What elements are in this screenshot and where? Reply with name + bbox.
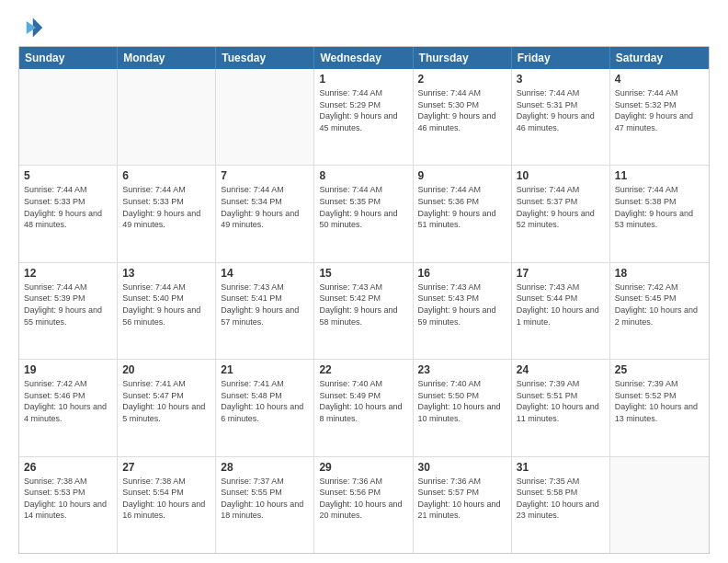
day-info: Sunrise: 7:41 AM Sunset: 5:48 PM Dayligh…: [221, 378, 309, 424]
calendar-row: 5Sunrise: 7:44 AM Sunset: 5:33 PM Daylig…: [19, 166, 709, 262]
day-info: Sunrise: 7:39 AM Sunset: 5:52 PM Dayligh…: [615, 378, 704, 424]
calendar-cell: 20Sunrise: 7:41 AM Sunset: 5:47 PM Dayli…: [118, 360, 216, 455]
calendar-cell: 22Sunrise: 7:40 AM Sunset: 5:49 PM Dayli…: [314, 360, 413, 455]
calendar-cell: 18Sunrise: 7:42 AM Sunset: 5:45 PM Dayli…: [610, 263, 709, 359]
calendar-cell: 30Sunrise: 7:36 AM Sunset: 5:57 PM Dayli…: [414, 457, 512, 553]
day-info: Sunrise: 7:36 AM Sunset: 5:57 PM Dayligh…: [418, 476, 506, 522]
calendar-cell: 5Sunrise: 7:44 AM Sunset: 5:33 PM Daylig…: [19, 166, 118, 261]
calendar: SundayMondayTuesdayWednesdayThursdayFrid…: [18, 46, 710, 554]
day-number: 27: [122, 461, 210, 474]
page: SundayMondayTuesdayWednesdayThursdayFrid…: [0, 0, 728, 563]
logo-icon: [18, 15, 44, 40]
calendar-cell: 3Sunrise: 7:44 AM Sunset: 5:31 PM Daylig…: [512, 69, 610, 165]
day-info: Sunrise: 7:35 AM Sunset: 5:58 PM Dayligh…: [517, 476, 605, 522]
day-info: Sunrise: 7:40 AM Sunset: 5:50 PM Dayligh…: [418, 378, 506, 424]
day-number: 19: [24, 363, 112, 376]
calendar-cell: 4Sunrise: 7:44 AM Sunset: 5:32 PM Daylig…: [610, 69, 709, 165]
day-number: 8: [319, 169, 407, 182]
day-info: Sunrise: 7:44 AM Sunset: 5:33 PM Dayligh…: [24, 184, 112, 230]
day-info: Sunrise: 7:38 AM Sunset: 5:53 PM Dayligh…: [24, 476, 112, 522]
calendar-cell: 29Sunrise: 7:36 AM Sunset: 5:56 PM Dayli…: [314, 457, 413, 553]
day-number: 24: [517, 363, 605, 376]
day-info: Sunrise: 7:43 AM Sunset: 5:41 PM Dayligh…: [221, 282, 309, 327]
calendar-cell: 11Sunrise: 7:44 AM Sunset: 5:38 PM Dayli…: [610, 166, 709, 261]
calendar-cell: 8Sunrise: 7:44 AM Sunset: 5:35 PM Daylig…: [314, 166, 413, 261]
day-info: Sunrise: 7:44 AM Sunset: 5:35 PM Dayligh…: [319, 184, 407, 230]
calendar-cell: 19Sunrise: 7:42 AM Sunset: 5:46 PM Dayli…: [19, 360, 118, 455]
logo: [18, 15, 48, 40]
day-info: Sunrise: 7:43 AM Sunset: 5:44 PM Dayligh…: [517, 282, 605, 327]
day-info: Sunrise: 7:44 AM Sunset: 5:37 PM Dayligh…: [517, 184, 605, 230]
calendar-cell: 15Sunrise: 7:43 AM Sunset: 5:42 PM Dayli…: [314, 263, 413, 359]
day-number: 4: [615, 73, 704, 86]
weekday-header: Friday: [512, 47, 610, 69]
day-info: Sunrise: 7:43 AM Sunset: 5:42 PM Dayligh…: [319, 282, 407, 327]
calendar-cell: 26Sunrise: 7:38 AM Sunset: 5:53 PM Dayli…: [19, 457, 118, 553]
day-number: 31: [517, 461, 605, 474]
day-number: 1: [319, 73, 407, 86]
calendar-cell: 24Sunrise: 7:39 AM Sunset: 5:51 PM Dayli…: [512, 360, 610, 455]
weekday-header: Sunday: [19, 47, 118, 69]
weekday-header: Saturday: [610, 47, 709, 69]
day-info: Sunrise: 7:44 AM Sunset: 5:29 PM Dayligh…: [319, 87, 407, 133]
calendar-row: 1Sunrise: 7:44 AM Sunset: 5:29 PM Daylig…: [19, 69, 709, 166]
calendar-cell: 1Sunrise: 7:44 AM Sunset: 5:29 PM Daylig…: [314, 69, 413, 165]
day-info: Sunrise: 7:44 AM Sunset: 5:34 PM Dayligh…: [221, 184, 309, 230]
day-number: 20: [122, 363, 210, 376]
day-number: 30: [418, 461, 506, 474]
calendar-cell: 13Sunrise: 7:44 AM Sunset: 5:40 PM Dayli…: [118, 263, 216, 359]
day-info: Sunrise: 7:43 AM Sunset: 5:43 PM Dayligh…: [418, 282, 506, 327]
day-info: Sunrise: 7:44 AM Sunset: 5:38 PM Dayligh…: [615, 184, 704, 230]
day-number: 28: [221, 461, 309, 474]
calendar-cell: 12Sunrise: 7:44 AM Sunset: 5:39 PM Dayli…: [19, 263, 118, 359]
day-number: 9: [418, 169, 506, 182]
day-number: 22: [319, 363, 407, 376]
day-info: Sunrise: 7:44 AM Sunset: 5:33 PM Dayligh…: [122, 184, 210, 230]
day-info: Sunrise: 7:36 AM Sunset: 5:56 PM Dayligh…: [319, 476, 407, 522]
day-number: 2: [418, 73, 506, 86]
calendar-row: 19Sunrise: 7:42 AM Sunset: 5:46 PM Dayli…: [19, 360, 709, 456]
day-number: 26: [24, 461, 112, 474]
day-number: 16: [418, 267, 506, 280]
calendar-cell: [19, 69, 118, 165]
calendar-cell: 21Sunrise: 7:41 AM Sunset: 5:48 PM Dayli…: [216, 360, 314, 455]
calendar-cell: 16Sunrise: 7:43 AM Sunset: 5:43 PM Dayli…: [414, 263, 512, 359]
day-info: Sunrise: 7:39 AM Sunset: 5:51 PM Dayligh…: [517, 378, 605, 424]
day-info: Sunrise: 7:37 AM Sunset: 5:55 PM Dayligh…: [221, 476, 309, 522]
calendar-header: SundayMondayTuesdayWednesdayThursdayFrid…: [19, 47, 709, 69]
day-number: 11: [615, 169, 704, 182]
day-info: Sunrise: 7:44 AM Sunset: 5:32 PM Dayligh…: [615, 87, 704, 133]
weekday-header: Thursday: [414, 47, 512, 69]
day-number: 6: [122, 169, 210, 182]
day-number: 21: [221, 363, 309, 376]
calendar-cell: [118, 69, 216, 165]
calendar-cell: 31Sunrise: 7:35 AM Sunset: 5:58 PM Dayli…: [512, 457, 610, 553]
day-number: 5: [24, 169, 112, 182]
day-info: Sunrise: 7:44 AM Sunset: 5:36 PM Dayligh…: [418, 184, 506, 230]
day-number: 25: [615, 363, 704, 376]
day-info: Sunrise: 7:41 AM Sunset: 5:47 PM Dayligh…: [122, 378, 210, 424]
day-number: 18: [615, 267, 704, 280]
calendar-cell: 14Sunrise: 7:43 AM Sunset: 5:41 PM Dayli…: [216, 263, 314, 359]
header: [18, 15, 710, 40]
day-number: 7: [221, 169, 309, 182]
day-number: 14: [221, 267, 309, 280]
day-info: Sunrise: 7:44 AM Sunset: 5:39 PM Dayligh…: [24, 282, 112, 327]
day-number: 17: [517, 267, 605, 280]
calendar-cell: 17Sunrise: 7:43 AM Sunset: 5:44 PM Dayli…: [512, 263, 610, 359]
day-info: Sunrise: 7:42 AM Sunset: 5:46 PM Dayligh…: [24, 378, 112, 424]
calendar-row: 12Sunrise: 7:44 AM Sunset: 5:39 PM Dayli…: [19, 263, 709, 360]
day-number: 3: [517, 73, 605, 86]
day-number: 12: [24, 267, 112, 280]
day-info: Sunrise: 7:38 AM Sunset: 5:54 PM Dayligh…: [122, 476, 210, 522]
day-info: Sunrise: 7:42 AM Sunset: 5:45 PM Dayligh…: [615, 282, 704, 327]
calendar-cell: 23Sunrise: 7:40 AM Sunset: 5:50 PM Dayli…: [414, 360, 512, 455]
day-info: Sunrise: 7:40 AM Sunset: 5:49 PM Dayligh…: [319, 378, 407, 424]
day-info: Sunrise: 7:44 AM Sunset: 5:30 PM Dayligh…: [418, 87, 506, 133]
day-number: 29: [319, 461, 407, 474]
calendar-cell: 6Sunrise: 7:44 AM Sunset: 5:33 PM Daylig…: [118, 166, 216, 261]
calendar-cell: 2Sunrise: 7:44 AM Sunset: 5:30 PM Daylig…: [414, 69, 512, 165]
day-number: 15: [319, 267, 407, 280]
calendar-body: 1Sunrise: 7:44 AM Sunset: 5:29 PM Daylig…: [19, 69, 709, 553]
calendar-cell: 27Sunrise: 7:38 AM Sunset: 5:54 PM Dayli…: [118, 457, 216, 553]
